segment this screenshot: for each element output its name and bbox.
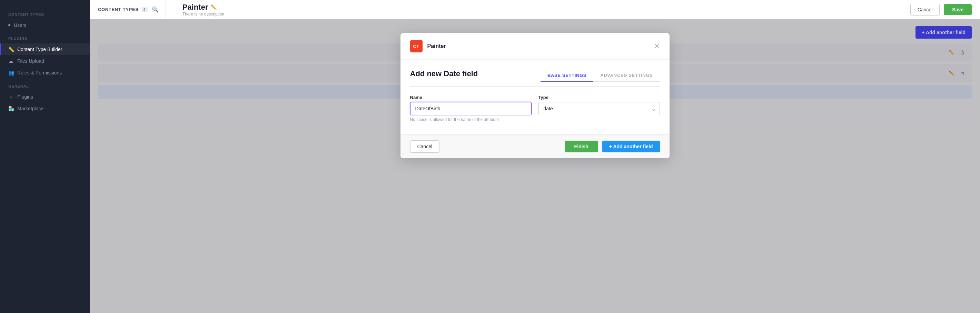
page-title-area: Painter ✏️ There is no description (174, 3, 910, 17)
search-button[interactable]: 🔍 (150, 5, 160, 14)
sidebar-item-label: Plugins (17, 94, 33, 100)
modal-overlay: CT Painter ✕ Add new Date field BASE SET… (90, 19, 980, 313)
finish-button[interactable]: Finish (565, 141, 598, 153)
content-types-section-label: CONTENT TYPES (0, 7, 90, 19)
top-bar-actions: Cancel Save (910, 4, 972, 16)
name-hint: No space is allowed for the name of the … (410, 117, 531, 125)
sidebar-item-roles-permissions[interactable]: 👥 Roles & Permissions (0, 67, 90, 79)
sidebar-item-label: Users (14, 22, 27, 28)
users-icon: 👥 (8, 70, 14, 75)
cancel-button[interactable]: Cancel (910, 4, 940, 16)
store-icon: 🏪 (8, 106, 14, 111)
dialog-footer-right: Finish + Add another field (565, 141, 660, 153)
dialog-footer: Cancel Finish + Add another field (401, 134, 670, 158)
sidebar-item-users[interactable]: Users (0, 19, 90, 31)
save-button[interactable]: Save (944, 4, 972, 15)
page-title-text: Painter (183, 3, 208, 12)
tab-base-settings[interactable]: BASE SETTINGS (541, 69, 593, 82)
sidebar-item-plugins[interactable]: ≡ Plugins (0, 91, 90, 103)
edit-icon: ✏️ (8, 46, 14, 52)
page-title: Painter ✏️ (183, 3, 910, 12)
tab-advanced-settings[interactable]: ADVANCED SETTINGS (593, 69, 660, 82)
dialog-header: CT Painter ✕ (401, 33, 670, 60)
content-types-tab: CONTENT TYPES 4 🔍 (98, 0, 166, 19)
sidebar-item-marketplace[interactable]: 🏪 Marketplace (0, 103, 90, 114)
dialog-body: Add new Date field BASE SETTINGS ADVANCE… (401, 60, 670, 129)
dialog-field-title: Add new Date field (410, 69, 478, 78)
name-field-group: Name No space is allowed for the name of… (410, 95, 531, 125)
content-types-badge: 4 (142, 7, 148, 12)
plugins-section-label: PLUGINS (0, 31, 90, 43)
dialog-close-button[interactable]: ✕ (654, 43, 660, 50)
sidebar-item-label: Marketplace (17, 106, 43, 111)
cloud-icon: ☁ (8, 58, 14, 64)
top-bar: CONTENT TYPES 4 🔍 Painter ✏️ There is no… (90, 0, 980, 19)
sidebar-item-content-type-builder[interactable]: ✏️ Content Type Builder (0, 43, 90, 55)
edit-title-icon[interactable]: ✏️ (211, 5, 216, 10)
content-types-tab-label: CONTENT TYPES (98, 7, 139, 12)
ct-badge: CT (410, 40, 423, 52)
sidebar-item-label: Content Type Builder (17, 46, 62, 52)
page-subtitle: There is no description (183, 12, 910, 17)
general-section-label: GENERAL (0, 79, 90, 91)
content-area: + Add another field ✏️ 🗑 ✏️ 🗑 CT Paint (90, 19, 980, 313)
sidebar-item-label: Roles & Permissions (17, 70, 62, 75)
add-another-field-dialog-button[interactable]: + Add another field (602, 141, 660, 153)
sidebar: CONTENT TYPES Users PLUGINS ✏️ Content T… (0, 0, 90, 313)
dialog-header-title: Painter (427, 43, 446, 49)
sidebar-item-label: Files Upload (17, 58, 44, 64)
dialog: CT Painter ✕ Add new Date field BASE SET… (401, 33, 670, 158)
type-select[interactable]: date datetime time (538, 102, 660, 115)
form-row: Name No space is allowed for the name of… (410, 87, 660, 129)
list-icon: ≡ (8, 94, 14, 100)
name-input[interactable] (410, 102, 531, 115)
type-field-group: Type date datetime time (538, 95, 660, 125)
dialog-header-left: CT Painter (410, 40, 446, 52)
main-area: CONTENT TYPES 4 🔍 Painter ✏️ There is no… (90, 0, 980, 313)
type-label: Type (538, 95, 660, 100)
dialog-tabs: BASE SETTINGS ADVANCED SETTINGS (541, 69, 660, 82)
sidebar-item-files-upload[interactable]: ☁ Files Upload (0, 55, 90, 67)
type-select-wrapper: date datetime time (538, 102, 660, 115)
name-label: Name (410, 95, 531, 100)
dialog-cancel-button[interactable]: Cancel (410, 140, 440, 153)
bullet-icon (8, 24, 10, 26)
